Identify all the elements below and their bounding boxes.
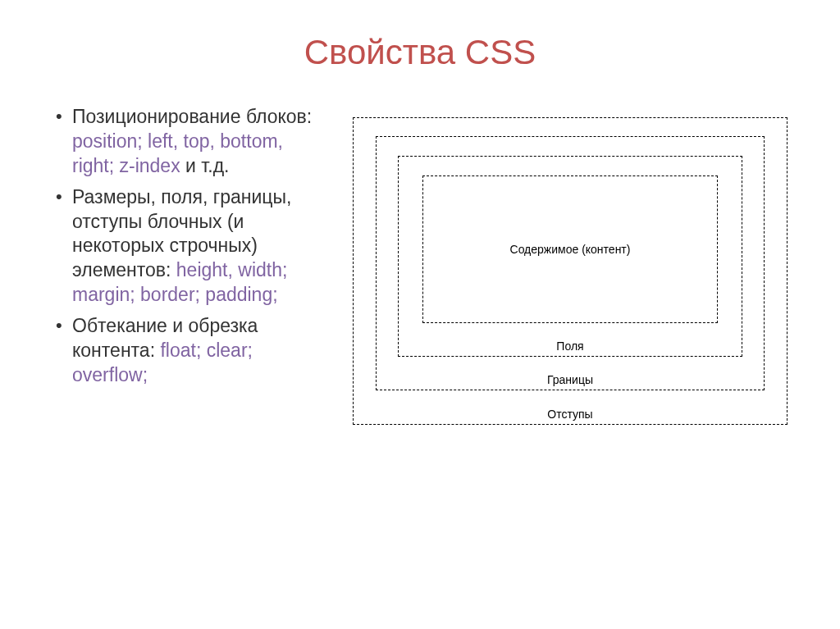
slide: Свойства CSS Позиционирование блоков: po… [0, 0, 840, 629]
bullet-text: Позиционирование блоков: [72, 106, 312, 127]
box-model-diagram: Отступы Границы Поля Содержимое (контент… [353, 105, 791, 433]
content-box: Содержимое (контент) [422, 175, 718, 323]
list-item: Позиционирование блоков: position; left,… [49, 105, 328, 179]
bullet-text-after: и т.д. [180, 155, 230, 176]
list-item: Размеры, поля, границы, отступы блочных … [49, 185, 328, 308]
padding-label: Поля [399, 339, 742, 353]
list-item: Обтекание и обрезка контента: float; cle… [49, 314, 328, 388]
slide-title: Свойства CSS [49, 33, 791, 72]
content-label: Содержимое (контент) [423, 243, 717, 256]
css-keywords: position; left, top, bottom, right; z-in… [72, 130, 283, 176]
border-label: Границы [377, 372, 764, 387]
bullet-list: Позиционирование блоков: position; left,… [49, 105, 328, 433]
margin-label: Отступы [354, 407, 787, 422]
content-area: Позиционирование блоков: position; left,… [49, 105, 791, 433]
